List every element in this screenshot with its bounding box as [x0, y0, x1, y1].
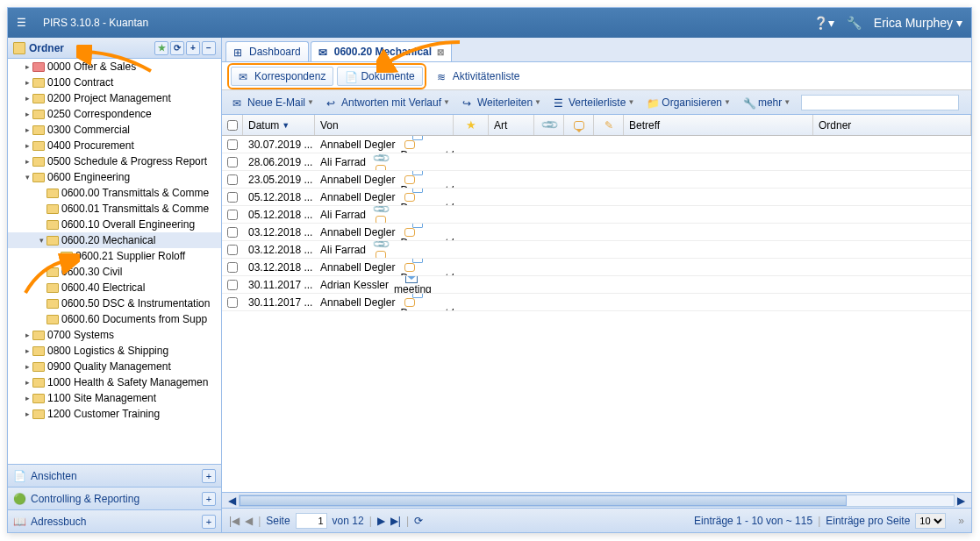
refresh-button[interactable]: ⟳: [170, 41, 184, 55]
expand-arrow-icon[interactable]: ▸: [22, 331, 32, 339]
tree-node[interactable]: 0600.00 Transmittals & Comme: [8, 185, 221, 201]
help-icon[interactable]: ❔▾: [813, 16, 834, 30]
expand-arrow-icon[interactable]: ▸: [22, 362, 32, 371]
prev-page-button[interactable]: ◀: [245, 515, 253, 527]
row-checkbox[interactable]: [227, 210, 238, 220]
page-input[interactable]: [296, 513, 327, 529]
table-row[interactable]: 30.07.2019 ... Annabell Degler ☆ Documen…: [222, 136, 971, 153]
table-row[interactable]: 28.06.2019 ... Ali Farrad ☆ 📎 Official C…: [222, 153, 971, 171]
col-art[interactable]: Art: [489, 115, 534, 135]
subtab-aktivitaeten[interactable]: ≋ Aktivitätenliste: [430, 67, 527, 86]
row-checkbox[interactable]: [227, 139, 238, 150]
new-email-button[interactable]: ✉Neue E-Mail▼: [227, 93, 319, 112]
tree-node[interactable]: ▸0900 Quality Management: [8, 359, 221, 374]
tree-node[interactable]: 0600.60 Documents from Supp: [8, 311, 221, 327]
row-checkbox[interactable]: [227, 174, 238, 185]
next-page-button[interactable]: ▶: [377, 515, 385, 527]
tree-node[interactable]: ▸0500 Schedule & Progress Report: [8, 153, 221, 169]
addressbook-panel[interactable]: 📖 Adressbuch +: [8, 509, 221, 532]
collapse-button[interactable]: −: [202, 41, 216, 55]
wrench-icon[interactable]: 🔧: [847, 16, 862, 30]
per-page-select[interactable]: 10: [915, 513, 946, 529]
col-edit[interactable]: ✎: [594, 115, 624, 135]
table-row[interactable]: 05.12.2018 ... Ali Farrad ☆ 📎 Official C…: [222, 206, 971, 224]
user-menu[interactable]: Erica Murphey ▾: [874, 16, 962, 30]
search-input[interactable]: [801, 95, 959, 110]
tab-close-icon[interactable]: ⊠: [437, 47, 444, 57]
first-page-button[interactable]: |◀: [229, 515, 240, 527]
col-datum[interactable]: Datum▼: [243, 115, 315, 135]
row-checkbox[interactable]: [227, 192, 238, 203]
expand-views-button[interactable]: +: [202, 469, 216, 483]
scroll-left-button[interactable]: ◀: [225, 495, 239, 507]
favorite-button[interactable]: ★: [154, 41, 168, 55]
tree-node[interactable]: ▸1100 Site Management: [8, 390, 221, 406]
refresh-button[interactable]: ⟳: [414, 515, 423, 527]
expand-addressbook-button[interactable]: +: [202, 515, 216, 529]
col-comment[interactable]: [564, 115, 594, 135]
add-folder-button[interactable]: +: [186, 41, 200, 55]
row-checkbox[interactable]: [227, 245, 238, 255]
row-checkbox[interactable]: [227, 262, 238, 273]
tree-node[interactable]: ▸0200 Project Management: [8, 90, 221, 106]
table-row[interactable]: 30.11.2017 ... Adrian Kessler ☆ meeting …: [222, 276, 971, 294]
tree-node[interactable]: ▾0600 Engineering: [8, 169, 221, 185]
expand-arrow-icon[interactable]: ▾: [36, 236, 46, 245]
expand-arrow-icon[interactable]: ▸: [22, 394, 32, 402]
tree-node[interactable]: ▸0300 Commercial: [8, 122, 221, 138]
scroll-right-button[interactable]: ▶: [955, 495, 968, 507]
expand-controlling-button[interactable]: +: [202, 492, 216, 506]
tree-node[interactable]: 0600.21 Supplier Roloff: [8, 248, 221, 264]
subtab-dokumente[interactable]: 📄 Dokumente: [337, 67, 422, 86]
row-checkbox[interactable]: [227, 157, 238, 167]
table-row[interactable]: 03.12.2018 ... Annabell Degler ☆ Documen…: [222, 259, 971, 276]
tree-node[interactable]: 0600.10 Overall Engineering: [8, 217, 221, 232]
row-checkbox[interactable]: [227, 227, 238, 238]
scrollbar-track[interactable]: [239, 495, 955, 507]
expand-arrow-icon[interactable]: ▸: [22, 157, 32, 166]
views-panel[interactable]: 📄 Ansichten +: [8, 464, 221, 487]
last-page-button[interactable]: ▶|: [390, 515, 401, 527]
tree-node[interactable]: ▸1000 Health & Safety Managemen: [8, 374, 221, 390]
col-attachment[interactable]: 📎: [534, 115, 564, 135]
tree-node[interactable]: ▸1200 Customer Training: [8, 406, 221, 422]
expand-arrow-icon[interactable]: ▸: [22, 409, 32, 418]
expand-arrow-icon[interactable]: ▸: [22, 378, 32, 387]
col-ordner[interactable]: Ordner: [813, 115, 971, 135]
tree-node[interactable]: ▸0700 Systems: [8, 327, 221, 343]
tree-node[interactable]: ▸0250 Correspondence: [8, 106, 221, 122]
tab-dashboard[interactable]: ⊞ Dashboard: [225, 41, 309, 61]
expand-arrow-icon[interactable]: ▸: [22, 141, 32, 150]
tree-node[interactable]: 0600.40 Electrical: [8, 280, 221, 295]
subtab-korrespondenz[interactable]: ✉ Korrespondenz: [231, 67, 333, 86]
expand-arrow-icon[interactable]: ▸: [22, 110, 32, 118]
tab-active-folder[interactable]: ✉ 0600.20 Mechanical ⊠: [311, 41, 452, 61]
table-row[interactable]: 03.12.2018 ... Ali Farrad ☆ 📎 Official C…: [222, 241, 971, 259]
scrollbar-thumb[interactable]: [240, 495, 847, 506]
select-all-checkbox[interactable]: [227, 120, 238, 131]
expand-arrow-icon[interactable]: ▸: [22, 62, 32, 71]
col-von[interactable]: Von: [315, 115, 454, 135]
table-row[interactable]: 30.11.2017 ... Annabell Degler ☆ Documen…: [222, 294, 971, 311]
tree-node[interactable]: ▾0600.20 Mechanical: [8, 232, 221, 248]
col-betreff[interactable]: Betreff: [624, 115, 813, 135]
expand-arrow-icon[interactable]: ▾: [22, 173, 32, 182]
col-star[interactable]: ★: [454, 115, 489, 135]
expand-button[interactable]: »: [958, 515, 964, 527]
row-checkbox[interactable]: [227, 297, 238, 308]
distlist-button[interactable]: ☰Verteilerliste▼: [548, 93, 640, 112]
tree-node[interactable]: ▸0400 Procurement: [8, 138, 221, 153]
forward-button[interactable]: ↪Weiterleiten▼: [457, 93, 547, 112]
tree-node[interactable]: ▸0000 Offer & Sales: [8, 59, 221, 75]
horizontal-scrollbar[interactable]: ◀ ▶: [222, 492, 971, 508]
tree-node[interactable]: 0600.30 Civil: [8, 264, 221, 280]
tree-node[interactable]: ▸0800 Logistics & Shipping: [8, 343, 221, 359]
controlling-panel[interactable]: 🟢 Controlling & Reporting +: [8, 487, 221, 509]
expand-arrow-icon[interactable]: ▸: [22, 346, 32, 355]
row-checkbox[interactable]: [227, 280, 238, 290]
tree-node[interactable]: ▸0100 Contract: [8, 75, 221, 90]
more-button[interactable]: 🔧mehr▼: [738, 93, 796, 112]
reply-button[interactable]: ↩Antworten mit Verlauf▼: [321, 93, 455, 112]
expand-arrow-icon[interactable]: ▸: [22, 125, 32, 134]
tree-node[interactable]: 0600.50 DSC & Instrumentation: [8, 295, 221, 311]
